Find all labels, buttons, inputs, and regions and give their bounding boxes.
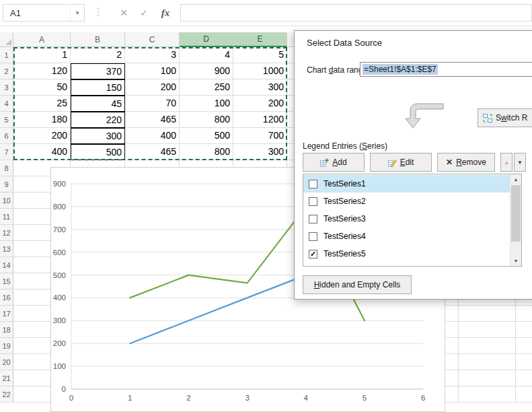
- row-header-16[interactable]: 16: [0, 289, 13, 306]
- row-header-12[interactable]: 12: [0, 225, 13, 241]
- row-header-6[interactable]: 6: [0, 128, 13, 144]
- scrollbar-thumb[interactable]: [511, 185, 521, 242]
- cell-A6[interactable]: 200: [13, 128, 71, 144]
- chart-data-range-input[interactable]: =Sheet1!$A$1:$E$7: [360, 62, 532, 77]
- cell-C2[interactable]: 100: [125, 63, 180, 79]
- chevron-down-icon[interactable]: ▾: [70, 5, 84, 21]
- cell-A1[interactable]: 1: [13, 47, 71, 63]
- row-header-2[interactable]: 2: [0, 63, 13, 79]
- column-header-A[interactable]: A: [13, 32, 71, 47]
- cell-B3[interactable]: 150: [71, 79, 125, 96]
- cell-E7[interactable]: 300: [233, 144, 287, 160]
- formula-input[interactable]: [180, 4, 532, 22]
- add-button[interactable]: Add: [303, 153, 365, 172]
- scroll-down-icon[interactable]: ▼: [510, 256, 521, 266]
- cell-A5[interactable]: 180: [13, 112, 71, 128]
- column-header-C[interactable]: C: [125, 32, 180, 47]
- row-header-9[interactable]: 9: [0, 176, 13, 193]
- cell-I19[interactable]: [459, 338, 516, 354]
- name-box[interactable]: A1 ▾: [3, 4, 85, 22]
- row-header-11[interactable]: 11: [0, 209, 13, 225]
- switch-row-column-button[interactable]: Switch R: [478, 108, 532, 127]
- cell-E5[interactable]: 1200: [233, 112, 287, 128]
- column-header-E[interactable]: E: [233, 32, 287, 47]
- cell-B2[interactable]: 370: [71, 63, 125, 79]
- cell-J17[interactable]: [516, 306, 532, 322]
- row-header-13[interactable]: 13: [0, 241, 13, 257]
- column-header-D[interactable]: D: [180, 32, 233, 47]
- move-up-button[interactable]: ▲: [500, 153, 512, 172]
- cell-D7[interactable]: 800: [180, 144, 233, 160]
- insert-function-icon[interactable]: fx: [156, 4, 175, 22]
- row-header-20[interactable]: 20: [0, 354, 13, 370]
- cell-I18[interactable]: [459, 322, 516, 338]
- enter-check-icon[interactable]: ✓: [135, 4, 153, 22]
- cell-D5[interactable]: 800: [180, 112, 233, 128]
- cell-E4[interactable]: 200: [233, 96, 287, 112]
- scrollbar[interactable]: ▲ ▼: [510, 174, 521, 266]
- cell-I22[interactable]: [459, 386, 516, 403]
- cell-E1[interactable]: 5: [233, 47, 287, 63]
- cell-I17[interactable]: [459, 306, 516, 322]
- select-all-corner[interactable]: [0, 32, 13, 47]
- cell-E2[interactable]: 1000: [233, 63, 287, 79]
- cell-A4[interactable]: 25: [13, 96, 71, 112]
- cell-D4[interactable]: 100: [180, 96, 233, 112]
- cell-B6[interactable]: 300: [71, 128, 125, 144]
- unchecked-checkbox-icon[interactable]: [309, 215, 317, 224]
- cell-B1[interactable]: 2: [71, 47, 125, 63]
- scroll-up-icon[interactable]: ▲: [510, 174, 521, 184]
- legend-entry-TestSeries3[interactable]: TestSeries3: [303, 210, 510, 228]
- cell-C5[interactable]: 465: [125, 112, 180, 128]
- legend-entry-TestSeries1[interactable]: TestSeries1: [303, 175, 510, 193]
- cell-B4[interactable]: 45: [71, 96, 125, 112]
- hidden-and-empty-cells-button[interactable]: Hidden and Empty Cells: [303, 275, 412, 294]
- cell-J18[interactable]: [516, 322, 532, 338]
- checked-checkbox-icon[interactable]: ✓: [309, 250, 317, 259]
- row-header-19[interactable]: 19: [0, 338, 13, 354]
- cell-B7[interactable]: 500: [71, 144, 125, 160]
- cell-J19[interactable]: [516, 338, 532, 354]
- row-header-17[interactable]: 17: [0, 306, 13, 322]
- cell-D3[interactable]: 250: [180, 79, 233, 96]
- column-header-B[interactable]: B: [71, 32, 125, 47]
- cell-J21[interactable]: [516, 370, 532, 386]
- row-header-7[interactable]: 7: [0, 144, 13, 160]
- cell-C7[interactable]: 465: [125, 144, 180, 160]
- row-header-14[interactable]: 14: [0, 257, 13, 273]
- cell-D2[interactable]: 900: [180, 63, 233, 79]
- cell-J22[interactable]: [516, 386, 532, 403]
- cell-I21[interactable]: [459, 370, 516, 386]
- edit-button[interactable]: Edit: [370, 153, 432, 172]
- cancel-icon[interactable]: ✕: [114, 4, 133, 22]
- cell-C4[interactable]: 70: [125, 96, 180, 112]
- row-header-22[interactable]: 22: [0, 386, 13, 403]
- legend-entry-TestSeries5[interactable]: ✓TestSeries5: [303, 245, 510, 263]
- remove-button[interactable]: ✕ Remove: [437, 153, 495, 172]
- move-down-button[interactable]: ▼: [514, 153, 526, 172]
- legend-entry-TestSeries4[interactable]: TestSeries4: [303, 228, 510, 245]
- row-header-1[interactable]: 1: [0, 47, 13, 63]
- unchecked-checkbox-icon[interactable]: [309, 180, 317, 188]
- cell-I20[interactable]: [459, 354, 516, 370]
- unchecked-checkbox-icon[interactable]: [309, 232, 317, 241]
- cell-C6[interactable]: 400: [125, 128, 180, 144]
- cell-E6[interactable]: 700: [233, 128, 287, 144]
- row-header-10[interactable]: 10: [0, 193, 13, 209]
- row-header-8[interactable]: 8: [0, 160, 13, 176]
- row-header-3[interactable]: 3: [0, 79, 13, 96]
- cell-C3[interactable]: 200: [125, 79, 180, 96]
- cell-A3[interactable]: 50: [13, 79, 71, 96]
- cell-A7[interactable]: 400: [13, 144, 71, 160]
- cell-E3[interactable]: 300: [233, 79, 287, 96]
- row-header-15[interactable]: 15: [0, 273, 13, 289]
- cell-C1[interactable]: 3: [125, 47, 180, 63]
- cell-D6[interactable]: 500: [180, 128, 233, 144]
- cell-D1[interactable]: 4: [180, 47, 233, 63]
- cell-A2[interactable]: 120: [13, 63, 71, 79]
- cell-J20[interactable]: [516, 354, 532, 370]
- row-header-18[interactable]: 18: [0, 322, 13, 338]
- row-header-5[interactable]: 5: [0, 112, 13, 128]
- cell-B5[interactable]: 220: [71, 112, 125, 128]
- row-header-21[interactable]: 21: [0, 370, 13, 386]
